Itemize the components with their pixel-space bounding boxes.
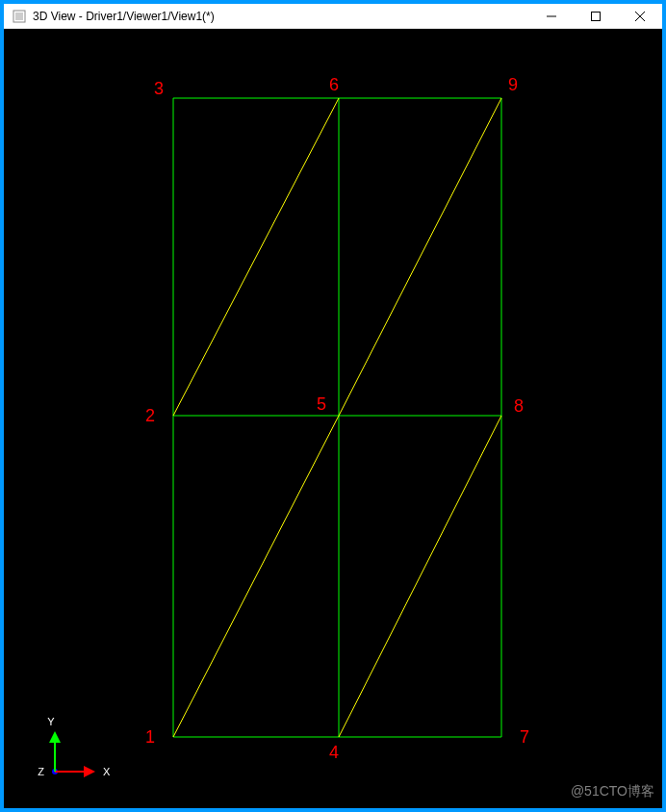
vertex-4-label: 4 <box>329 743 339 762</box>
vertex-1-label: 1 <box>145 727 155 747</box>
watermark: @51CTO博客 <box>571 783 654 800</box>
vertex-9-label: 9 <box>508 75 518 94</box>
svg-rect-1 <box>15 13 23 20</box>
axes-gizmo: X Y Z <box>38 716 111 777</box>
svg-line-13 <box>339 416 501 737</box>
close-button[interactable] <box>618 4 662 28</box>
vertex-5-label: 5 <box>317 394 326 414</box>
mesh-diagonals <box>173 98 501 737</box>
vertex-7-label: 7 <box>520 727 529 747</box>
vertex-8-label: 8 <box>514 396 524 416</box>
titlebar[interactable]: 3D View - Driver1/Viewer1/View1(*) <box>4 4 662 29</box>
vertex-2-label: 2 <box>145 406 155 425</box>
vertex-6-label: 6 <box>329 75 339 94</box>
svg-rect-3 <box>592 12 601 20</box>
axis-y-label: Y <box>47 716 55 727</box>
svg-line-12 <box>173 416 339 737</box>
minimize-button[interactable] <box>529 4 574 28</box>
maximize-button[interactable] <box>574 4 618 28</box>
3d-viewport[interactable]: 1 2 3 4 5 6 7 8 9 <box>4 29 662 808</box>
vertex-3-label: 3 <box>154 79 164 98</box>
titlebar-title: 3D View - Driver1/Viewer1/View1(*) <box>33 10 529 23</box>
app-icon <box>12 9 27 24</box>
app-window: 3D View - Driver1/Viewer1/View1(*) <box>4 4 662 808</box>
axis-z-label: Z <box>38 766 44 777</box>
axis-x-label: X <box>103 766 111 777</box>
svg-line-14 <box>173 98 339 416</box>
svg-line-15 <box>339 98 501 416</box>
window-controls <box>529 4 662 28</box>
